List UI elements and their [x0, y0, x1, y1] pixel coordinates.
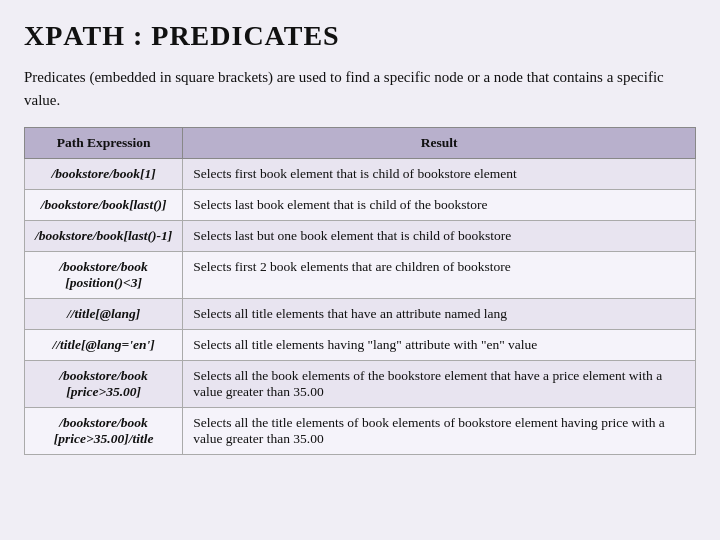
- result-cell: Selects first 2 book elements that are c…: [183, 252, 696, 299]
- page-subtitle: Predicates (embedded in square brackets)…: [24, 66, 696, 111]
- result-cell: Selects last but one book element that i…: [183, 221, 696, 252]
- result-cell: Selects all title elements having "lang"…: [183, 330, 696, 361]
- table-row: //title[@lang='en']Selects all title ele…: [25, 330, 696, 361]
- path-cell: //title[@lang='en']: [25, 330, 183, 361]
- path-cell: /bookstore/book [price>35.00]: [25, 361, 183, 408]
- result-cell: Selects all the title elements of book e…: [183, 408, 696, 455]
- path-cell: /bookstore/book[last()]: [25, 190, 183, 221]
- table-row: /bookstore/book [price>35.00]/titleSelec…: [25, 408, 696, 455]
- result-cell: Selects all the book elements of the boo…: [183, 361, 696, 408]
- table-row: /bookstore/book[last()-1]Selects last bu…: [25, 221, 696, 252]
- result-cell: Selects all title elements that have an …: [183, 299, 696, 330]
- col-header-result: Result: [183, 128, 696, 159]
- table-row: /bookstore/book [price>35.00]Selects all…: [25, 361, 696, 408]
- result-cell: Selects first book element that is child…: [183, 159, 696, 190]
- path-cell: //title[@lang]: [25, 299, 183, 330]
- table-row: //title[@lang]Selects all title elements…: [25, 299, 696, 330]
- path-cell: /bookstore/book[last()-1]: [25, 221, 183, 252]
- result-cell: Selects last book element that is child …: [183, 190, 696, 221]
- col-header-path: Path Expression: [25, 128, 183, 159]
- predicates-table: Path Expression Result /bookstore/book[1…: [24, 127, 696, 455]
- table-row: /bookstore/book[1]Selects first book ele…: [25, 159, 696, 190]
- table-row: /bookstore/book[last()]Selects last book…: [25, 190, 696, 221]
- path-cell: /bookstore/book[1]: [25, 159, 183, 190]
- path-cell: /bookstore/book [position()<3]: [25, 252, 183, 299]
- path-cell: /bookstore/book [price>35.00]/title: [25, 408, 183, 455]
- table-row: /bookstore/book [position()<3]Selects fi…: [25, 252, 696, 299]
- page-title: XPATH : PREDICATES: [24, 20, 696, 52]
